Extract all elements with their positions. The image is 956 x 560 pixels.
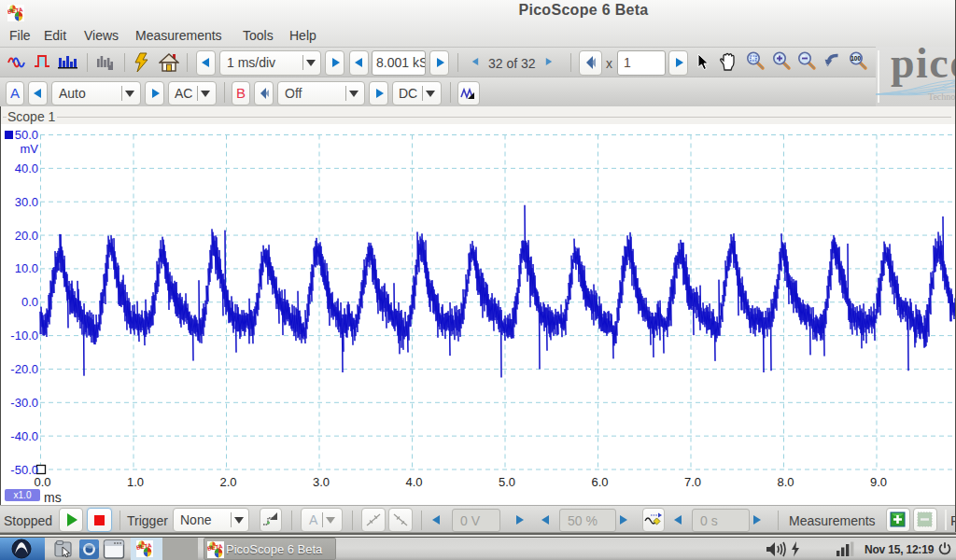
svg-text:100: 100	[851, 55, 861, 62]
